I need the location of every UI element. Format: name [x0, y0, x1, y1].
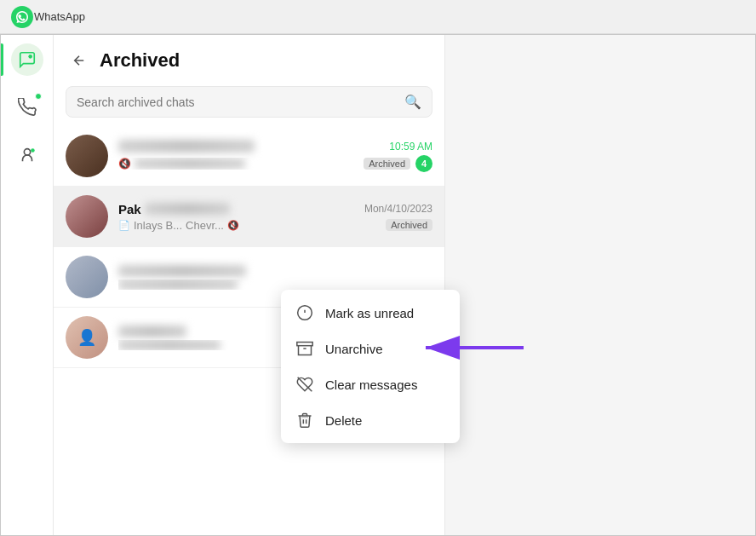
chat-item-1[interactable]: 10:59 AM 🔇 Archived 4 — [54, 126, 444, 187]
svg-point-0 — [11, 6, 33, 28]
search-input[interactable] — [77, 95, 404, 109]
unarchive-label: Unarchive — [325, 342, 383, 356]
archived-badge-1: Archived — [364, 158, 410, 170]
svg-point-2 — [24, 149, 30, 155]
mark-unread-label: Mark as unread — [325, 306, 414, 320]
chat-info-2: Pak Mon/4/10/2023 📄 Inlays B... Chevr...… — [118, 202, 432, 232]
whatsapp-logo — [10, 5, 34, 29]
avatar-3 — [66, 256, 108, 298]
avatar-2 — [66, 195, 108, 238]
context-menu-mark-unread[interactable]: Mark as unread — [281, 295, 460, 331]
chat-badges-2: Archived — [386, 219, 432, 231]
app-title: WhatsApp — [34, 10, 85, 23]
clear-messages-icon — [296, 376, 313, 393]
arrow-indicator — [417, 331, 528, 368]
unarchive-icon — [296, 340, 313, 357]
clear-messages-label: Clear messages — [325, 378, 417, 392]
svg-rect-5 — [297, 343, 312, 346]
nav-status[interactable] — [11, 139, 43, 171]
chat-info-1: 10:59 AM 🔇 Archived 4 — [118, 140, 432, 172]
chat-preview-1: 🔇 — [118, 158, 364, 170]
nav-sidebar — [1, 35, 54, 535]
nav-calls[interactable] — [11, 91, 43, 124]
chat-time-2: Mon/4/10/2023 — [364, 203, 432, 215]
right-panel — [445, 35, 755, 535]
delete-label: Delete — [325, 413, 362, 428]
mark-unread-icon — [296, 304, 313, 321]
calls-badge — [35, 93, 42, 100]
chat-preview-2: 📄 Inlays B... Chevr... 🔇 — [118, 219, 386, 232]
preview-text-2: Inlays B... — [134, 219, 182, 232]
chat-name-3 — [118, 265, 246, 277]
archived-badge-2: Archived — [386, 219, 432, 231]
chat-name-prefix-2: Pak — [118, 202, 141, 216]
chat-name-2 — [145, 203, 230, 215]
unread-count-1: 4 — [415, 155, 432, 172]
title-bar: WhatsApp — [0, 0, 756, 34]
search-icon: 🔍 — [404, 94, 421, 110]
chat-item-2[interactable]: Pak Mon/4/10/2023 📄 Inlays B... Chevr...… — [54, 187, 444, 247]
chat-list-panel: Archived 🔍 10:59 AM 🔇 — [54, 35, 445, 535]
delete-icon — [296, 412, 313, 429]
svg-rect-8 — [301, 417, 308, 418]
avatar-4: 👤 — [66, 316, 108, 359]
chat-time-1: 10:59 AM — [389, 141, 432, 153]
svg-point-3 — [31, 148, 35, 153]
chat-name-1 — [118, 140, 255, 153]
chat-badges-1: Archived 4 — [364, 155, 432, 172]
context-menu-delete[interactable]: Delete — [281, 402, 460, 438]
app-container: Archived 🔍 10:59 AM 🔇 — [0, 34, 756, 536]
avatar-1 — [66, 135, 108, 177]
chat-header: Archived — [54, 35, 444, 81]
back-button[interactable] — [67, 49, 91, 72]
chat-info-3 — [118, 265, 432, 290]
chat-preview-3 — [118, 280, 432, 290]
nav-chats[interactable] — [11, 43, 43, 76]
page-title: Archived — [100, 49, 180, 72]
svg-point-1 — [28, 55, 32, 59]
search-bar: 🔍 — [66, 86, 432, 118]
chat-name-4 — [118, 326, 186, 337]
context-menu-clear[interactable]: Clear messages — [281, 366, 460, 402]
